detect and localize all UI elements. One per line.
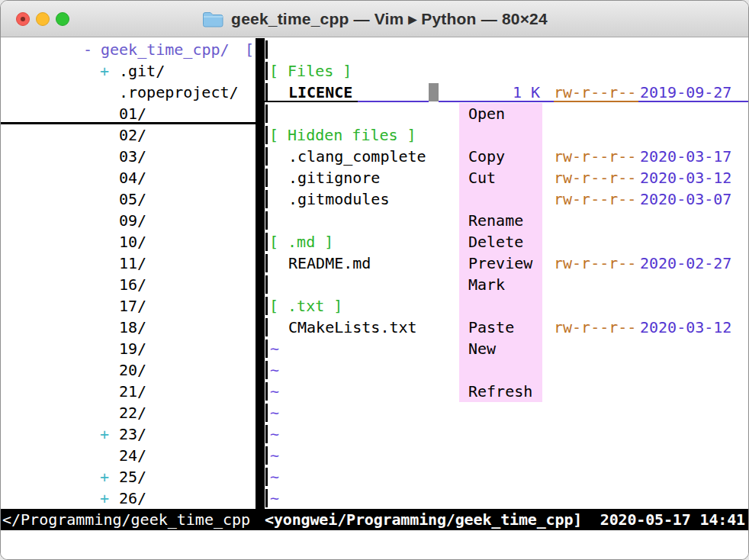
split-separator-tick-icon [265, 446, 268, 465]
tree-root-bracket: [ [245, 39, 254, 60]
tree-item-label: 02/ [119, 124, 146, 146]
tree-item-20[interactable]: 20/ [1, 359, 256, 381]
tree-item-label: 23/ [119, 423, 146, 445]
tree-item-22[interactable]: 22/ [1, 402, 256, 423]
file-permissions: rw-r--r-- [554, 167, 636, 188]
split-separator-tick-icon [265, 297, 268, 315]
status-datetime: 2020-05-17 14:41 [600, 509, 745, 530]
tree-item-25[interactable]: +25/ [1, 466, 256, 488]
cursorline-underline [554, 101, 638, 103]
tree-item-02[interactable]: 02/ [1, 124, 256, 146]
split-separator-tick-icon [265, 404, 268, 422]
split-separator-tick-icon [265, 233, 268, 251]
file-date: 2020-03-17 [640, 146, 731, 167]
tree-item-19[interactable]: 19/ [1, 338, 256, 359]
file-date: 2020-02-27 [640, 253, 731, 274]
tree-item-label: 09/ [119, 210, 146, 231]
tree-item-label: 25/ [119, 466, 146, 488]
context-menu-item-preview[interactable]: Preview [468, 253, 542, 274]
tree-expand-icon[interactable]: + [100, 423, 109, 445]
context-menu-item-open[interactable]: Open [468, 103, 542, 124]
empty-line-tilde: ~ [270, 445, 279, 466]
tree-item-label: 20/ [119, 359, 146, 381]
tree-item-16[interactable]: 16/ [1, 274, 256, 295]
tree-item-label: 01/ [119, 103, 146, 124]
tree-item-03[interactable]: 03/ [1, 146, 256, 167]
titlebar[interactable]: geek_time_cpp — Vim ▸ Python — 80×24 [1, 1, 748, 37]
tree-item-26[interactable]: +26/ [1, 488, 256, 509]
split-separator-tick-icon [265, 105, 268, 123]
split-separator-tick-icon [265, 126, 268, 144]
tree-item-11[interactable]: 11/ [1, 253, 256, 274]
tree-item-label: 18/ [119, 317, 146, 338]
tree-item-10[interactable]: 10/ [1, 231, 256, 253]
split-separator-tick-icon [265, 382, 268, 401]
context-menu-item-cut[interactable]: Cut [468, 167, 542, 188]
tree-item-label: 26/ [119, 488, 146, 509]
context-menu-item-refresh[interactable]: Refresh [468, 381, 542, 402]
title-group: geek_time_cpp — Vim ▸ Python — 80×24 [201, 9, 548, 28]
tree-item-label: 11/ [119, 253, 146, 274]
tree-collapse-icon[interactable]: - [83, 39, 92, 60]
tree-item-label: 04/ [119, 167, 146, 188]
tree-item-label: 24/ [119, 445, 146, 466]
file-group-header-md: [ .md ] [269, 231, 333, 253]
split-separator-tick-icon [265, 425, 268, 443]
tree-item-01[interactable]: 01/ [1, 103, 256, 124]
tree-expand-icon[interactable]: + [100, 60, 109, 82]
tree-item-ropeproject[interactable]: .ropeproject/ [1, 82, 256, 103]
status-left-path: </Programming/geek_time_cpp [2, 509, 250, 530]
file-name: .gitignore [288, 167, 380, 188]
tree-item-23[interactable]: +23/ [1, 423, 256, 445]
tree-item-24[interactable]: 24/ [1, 445, 256, 466]
empty-line-tilde: ~ [270, 338, 279, 359]
zoom-button[interactable] [56, 12, 69, 26]
context-menu-item-paste[interactable]: Paste [468, 317, 542, 338]
close-button[interactable] [16, 12, 30, 26]
context-menu-item-rename[interactable]: Rename [468, 210, 542, 231]
tree-item-21[interactable]: 21/ [1, 381, 256, 402]
split-separator-tick-icon [265, 275, 268, 294]
tree-expand-icon[interactable]: + [100, 488, 109, 509]
close-modified-dot-icon [21, 17, 25, 21]
split-separator-tick-icon [265, 62, 268, 80]
minimize-button[interactable] [36, 12, 50, 26]
cursorline-underline [439, 101, 554, 103]
tree-item-root[interactable]: -geek_time_cpp/[ [1, 39, 256, 60]
vim-terminal-screen: -geek_time_cpp/[+.git/.ropeproject/01/02… [1, 38, 748, 559]
cursorline-underline [638, 101, 748, 103]
tree-item-05[interactable]: 05/ [1, 188, 256, 210]
traffic-lights [16, 12, 69, 26]
file-group-header-files: [ Files ] [269, 60, 352, 82]
tree-item-18[interactable]: 18/ [1, 317, 256, 338]
empty-line-tilde: ~ [270, 423, 279, 445]
folder-icon [201, 9, 224, 28]
context-menu-item-mark[interactable]: Mark [468, 274, 542, 295]
tree-item-17[interactable]: 17/ [1, 295, 256, 317]
tree-item-label: 19/ [119, 338, 146, 359]
tree-item-label: 10/ [119, 231, 146, 253]
context-menu-item-new[interactable]: New [468, 338, 542, 359]
file-permissions: rw-r--r-- [554, 146, 636, 167]
status-line[interactable]: </Programming/geek_time_cpp<yongwei/Prog… [1, 509, 748, 530]
tree-item-label: 17/ [119, 295, 146, 317]
context-menu-item-delete[interactable]: Delete [468, 231, 542, 253]
empty-line-tilde: ~ [270, 359, 279, 381]
file-date: 2020-03-12 [640, 167, 731, 188]
empty-line-tilde: ~ [270, 488, 279, 509]
tree-item-label: 21/ [119, 381, 146, 402]
cursorline-underline [358, 101, 429, 103]
split-separator-tick-icon [265, 211, 268, 230]
tree-item-09[interactable]: 09/ [1, 210, 256, 231]
file-group-header-hidden-files: [ Hidden files ] [269, 124, 416, 146]
split-separator-bar[interactable] [256, 38, 265, 509]
empty-line-tilde: ~ [270, 381, 279, 402]
tree-item-04[interactable]: 04/ [1, 167, 256, 188]
file-name: README.md [288, 253, 371, 274]
context-menu-item-copy[interactable]: Copy [468, 146, 542, 167]
tree-item-git[interactable]: +.git/ [1, 60, 256, 82]
file-name: .gitmodules [288, 188, 389, 210]
file-group-header-txt: [ .txt ] [269, 295, 342, 317]
split-separator-tick-icon [265, 468, 268, 486]
tree-expand-icon[interactable]: + [100, 466, 109, 488]
